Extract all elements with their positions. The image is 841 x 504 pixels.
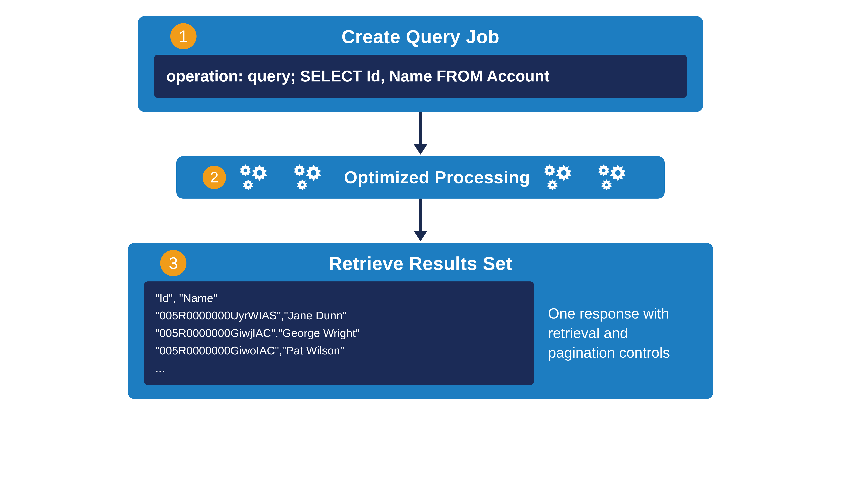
gears-icon	[594, 162, 638, 193]
step1-number: 1	[179, 28, 188, 44]
svg-point-1	[257, 170, 262, 176]
step3-note: One response with retrieval and paginati…	[548, 282, 697, 385]
step3-title: Retrieve Results Set	[144, 253, 697, 274]
svg-point-9	[551, 183, 554, 186]
step2-number: 2	[210, 170, 219, 185]
svg-point-3	[247, 183, 250, 186]
step1-code: operation: query; SELECT Id, Name FROM A…	[154, 55, 687, 98]
gears-icon	[290, 162, 334, 193]
svg-point-11	[615, 170, 620, 176]
step1-panel: 1 Create Query Job operation: query; SEL…	[138, 16, 703, 112]
svg-point-5	[311, 170, 316, 176]
step2-badge: 2	[203, 166, 226, 189]
svg-point-0	[243, 168, 247, 172]
svg-point-10	[602, 168, 605, 172]
step3-badge: 3	[160, 250, 186, 276]
step3-panel: 3 Retrieve Results Set "Id", "Name" "005…	[128, 243, 713, 399]
step3-results: "Id", "Name" "005R0000000UyrWIAS","Jane …	[144, 282, 534, 385]
step1-badge: 1	[170, 23, 196, 49]
gears-icon	[236, 162, 280, 193]
step2-panel: 2	[176, 156, 665, 199]
svg-point-7	[548, 168, 551, 172]
step2-title: Optimized Processing	[344, 167, 530, 187]
svg-point-4	[298, 168, 301, 172]
svg-point-6	[301, 183, 304, 186]
step3-number: 3	[169, 255, 178, 271]
svg-point-12	[605, 183, 608, 186]
svg-point-8	[561, 170, 566, 176]
gears-icon	[540, 162, 584, 193]
diagram-stage: 1 Create Query Job operation: query; SEL…	[0, 0, 841, 504]
step1-title: Create Query Job	[154, 26, 687, 47]
